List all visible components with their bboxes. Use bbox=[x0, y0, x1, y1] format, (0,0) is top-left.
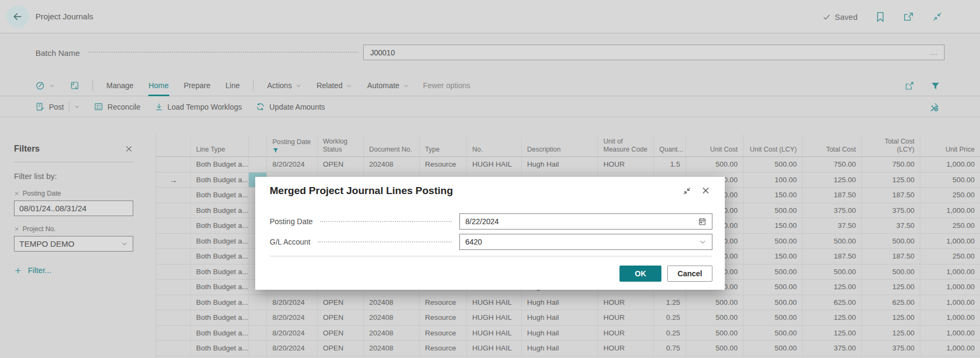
cell-total-cost-lcy[interactable]: 187.50 bbox=[862, 188, 920, 203]
cell-posting-date[interactable]: 8/20/2024 bbox=[267, 310, 318, 325]
cell-unit-price[interactable]: 250.00 bbox=[920, 249, 980, 264]
cell-unit-cost-lcy[interactable]: 500.00 bbox=[744, 310, 803, 325]
cell-unit-cost-lcy[interactable]: 500.00 bbox=[744, 234, 803, 249]
remove-filter-icon[interactable] bbox=[14, 226, 19, 232]
cell-document-no[interactable]: 202408 bbox=[364, 310, 420, 325]
cell-total-cost[interactable]: 37.50 bbox=[803, 218, 862, 233]
cell-posting-date[interactable]: 8/20/2024 bbox=[267, 326, 318, 341]
cell-quantity[interactable]: 0.25 bbox=[654, 326, 686, 341]
cell-description[interactable]: Hugh Hail bbox=[522, 341, 598, 356]
row-selector-cell[interactable]: → bbox=[156, 173, 191, 188]
cell-total-cost-lcy[interactable]: 375.00 bbox=[862, 203, 920, 218]
fewer-options-button[interactable]: Fewer options bbox=[422, 75, 471, 96]
cell-unit-price[interactable]: 500.00 bbox=[920, 173, 980, 188]
cell-quantity[interactable]: 0.25 bbox=[654, 310, 686, 325]
cell-unit-cost-lcy[interactable]: 500.00 bbox=[744, 157, 803, 172]
cell-line-type[interactable]: Both Budget a... bbox=[191, 173, 249, 188]
menu-tab-actions[interactable]: Actions bbox=[266, 75, 302, 96]
close-filters-icon[interactable] bbox=[125, 145, 133, 153]
row-selector-cell[interactable] bbox=[156, 280, 191, 295]
expand-dialog-icon[interactable] bbox=[682, 187, 691, 196]
cell-description[interactable]: Hugh Hail bbox=[522, 157, 598, 172]
cell-description[interactable]: Hugh Hail bbox=[522, 310, 598, 325]
cell-total-cost-lcy[interactable]: 500.00 bbox=[862, 234, 920, 249]
cell-worklog-status[interactable]: OPEN bbox=[318, 295, 364, 310]
cell-type[interactable]: Resource bbox=[420, 341, 467, 356]
cell-total-cost[interactable]: 187.50 bbox=[803, 249, 862, 264]
column-header-worklog-status[interactable]: Worklog Status bbox=[318, 134, 364, 156]
menu-tab-line[interactable]: Line bbox=[225, 75, 240, 96]
cell-total-cost[interactable]: 500.00 bbox=[803, 234, 862, 249]
column-header-total-cost[interactable]: Total Cost bbox=[803, 134, 862, 156]
cell-unit-cost-lcy[interactable]: 500.00 bbox=[744, 203, 803, 218]
cell-total-cost[interactable]: 375.00 bbox=[803, 203, 862, 218]
posting-date-filter-input[interactable]: 08/01/24..08/31/24 bbox=[14, 201, 133, 216]
cell-total-cost-lcy[interactable]: 125.00 bbox=[862, 326, 920, 341]
menu-tab-prepare[interactable]: Prepare bbox=[183, 75, 211, 96]
column-header-no-[interactable]: No. bbox=[467, 134, 522, 156]
open-in-new-window-icon[interactable] bbox=[903, 12, 914, 22]
column-header-line-type[interactable]: Line Type bbox=[191, 134, 249, 156]
column-header-unit-cost-lcy-[interactable]: Unit Cost (LCY) bbox=[744, 134, 803, 156]
cell-unit-price[interactable]: 1,000.00 bbox=[920, 341, 980, 356]
cell-type[interactable]: Resource bbox=[420, 295, 467, 310]
filter-funnel-icon[interactable] bbox=[931, 81, 940, 91]
column-header-type[interactable]: Type bbox=[420, 134, 467, 156]
ok-button[interactable]: OK bbox=[619, 266, 661, 282]
column-header-quant-[interactable]: Quant... bbox=[654, 134, 686, 156]
load-tempo-worklogs-button[interactable]: Load Tempo Worklogs bbox=[155, 103, 242, 111]
cell-line-type[interactable]: Both Budget a... bbox=[191, 157, 249, 172]
cell-line-type[interactable]: Both Budget a... bbox=[191, 341, 249, 356]
cell-quantity[interactable]: 1.5 bbox=[654, 157, 686, 172]
cell-line-type[interactable]: Both Budget a... bbox=[191, 280, 249, 295]
row-selector-cell[interactable] bbox=[156, 326, 191, 341]
cell-unit-price[interactable]: 250.00 bbox=[920, 188, 980, 203]
cell-total-cost[interactable]: 500.00 bbox=[803, 264, 862, 280]
cell-unit-price[interactable]: 1,000.00 bbox=[920, 326, 980, 341]
cell-unit-of-measure-code[interactable]: HOUR bbox=[598, 295, 654, 310]
cell-line-type[interactable]: Both Budget a... bbox=[191, 218, 249, 233]
row-selector-cell[interactable] bbox=[156, 295, 191, 310]
analysis-mode-icon[interactable] bbox=[35, 81, 46, 91]
row-selector-cell[interactable] bbox=[156, 188, 191, 203]
cell-total-cost[interactable]: 625.00 bbox=[803, 295, 862, 310]
post-button[interactable]: Post bbox=[35, 102, 64, 111]
cell-no[interactable]: HUGH HAIL bbox=[467, 295, 522, 310]
row-selector-cell[interactable] bbox=[156, 157, 191, 172]
cell-total-cost[interactable]: 187.50 bbox=[803, 188, 862, 203]
back-button[interactable] bbox=[6, 5, 29, 28]
chevron-down-icon[interactable] bbox=[699, 238, 707, 246]
cell-unit-cost-lcy[interactable]: 500.00 bbox=[744, 326, 803, 341]
cell-line-type[interactable]: Both Budget a... bbox=[191, 295, 249, 310]
cell-posting-date[interactable]: 8/20/2024 bbox=[267, 157, 318, 172]
collapse-icon[interactable] bbox=[932, 12, 942, 22]
cell-unit-cost-lcy[interactable]: 500.00 bbox=[744, 280, 803, 295]
cell-document-no[interactable]: 202408 bbox=[364, 326, 420, 341]
cell-total-cost-lcy[interactable]: 187.50 bbox=[862, 249, 920, 264]
cell-no[interactable]: HUGH HAIL bbox=[467, 341, 522, 356]
cell-quantity[interactable]: 0.75 bbox=[654, 341, 686, 356]
remove-filter-icon[interactable] bbox=[14, 191, 19, 196]
cell-unit-cost-lcy[interactable]: 500.00 bbox=[744, 341, 803, 356]
cell-total-cost-lcy[interactable]: 125.00 bbox=[862, 310, 920, 325]
row-selector-cell[interactable] bbox=[156, 264, 191, 280]
layout-options-icon[interactable] bbox=[70, 81, 80, 90]
menu-tab-home[interactable]: Home bbox=[148, 75, 169, 96]
cell-total-cost-lcy[interactable]: 37.50 bbox=[862, 218, 920, 233]
column-header-total-cost-lcy-[interactable]: Total Cost (LCY) bbox=[862, 134, 920, 156]
cell-unit-cost-lcy[interactable]: 150.00 bbox=[744, 218, 803, 233]
cell-total-cost[interactable]: 750.00 bbox=[803, 157, 862, 172]
menu-tab-automate[interactable]: Automate bbox=[366, 75, 409, 96]
cell-total-cost-lcy[interactable]: 125.00 bbox=[862, 173, 920, 188]
cell-total-cost-lcy[interactable]: 625.00 bbox=[862, 295, 920, 310]
cell-unit-cost[interactable]: 500.00 bbox=[686, 157, 744, 172]
cell-total-cost-lcy[interactable]: 375.00 bbox=[862, 341, 920, 356]
cell-unit-cost-lcy[interactable]: 150.00 bbox=[744, 188, 803, 203]
column-header-unit-of-measure-code[interactable]: Unit of Measure Code bbox=[598, 134, 654, 156]
cell-worklog-status[interactable]: OPEN bbox=[318, 310, 364, 325]
row-selector-cell[interactable] bbox=[156, 218, 191, 233]
cell-total-cost[interactable]: 125.00 bbox=[803, 310, 862, 325]
cell-worklog-status[interactable]: OPEN bbox=[318, 341, 364, 356]
cell-unit-cost-lcy[interactable]: 500.00 bbox=[744, 264, 803, 280]
cell-no[interactable]: HUGH HAIL bbox=[467, 157, 522, 172]
